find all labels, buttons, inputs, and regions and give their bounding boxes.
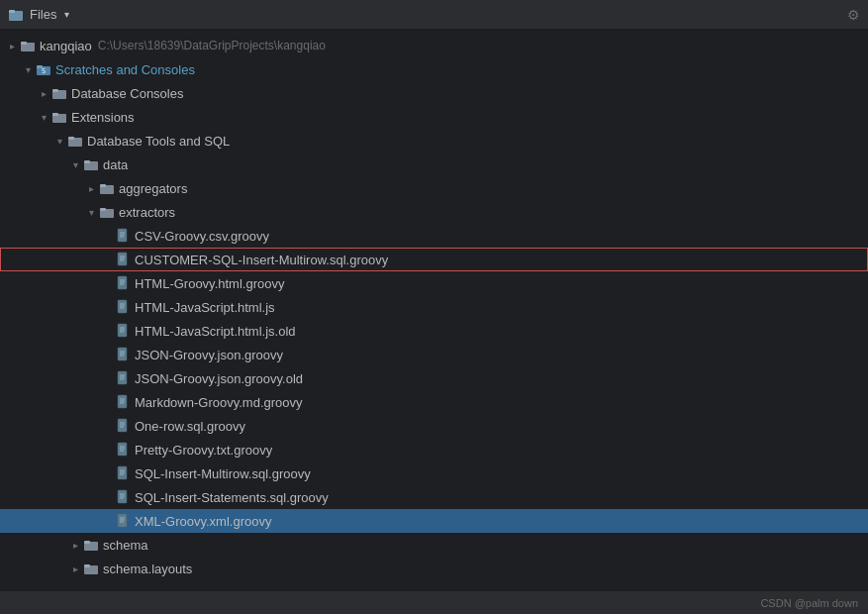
svg-rect-8 — [52, 89, 58, 92]
node-label: HTML-JavaScript.html.js — [135, 300, 275, 315]
tree-chevron[interactable] — [67, 156, 83, 172]
svg-rect-10 — [52, 113, 58, 116]
file-icon — [115, 323, 131, 339]
tree-row[interactable]: XML-Groovy.xml.groovy — [0, 509, 868, 533]
svg-rect-3 — [21, 42, 27, 45]
tree-chevron[interactable] — [20, 61, 36, 77]
node-label: Pretty-Groovy.txt.groovy — [135, 443, 272, 458]
file-icon — [115, 442, 131, 458]
svg-text:S: S — [42, 67, 46, 75]
node-label: Extensions — [71, 110, 135, 125]
node-label: kangqiao — [40, 39, 92, 53]
node-label: CSV-Groovy.csv.groovy — [135, 229, 269, 244]
tree-chevron[interactable] — [67, 561, 83, 576]
tree-row[interactable]: JSON-Groovy.json.groovy — [0, 343, 868, 366]
file-icon — [115, 394, 131, 410]
node-label: data — [103, 157, 128, 172]
tree-row[interactable]: kangqiaoC:\Users\18639\DataGripProjects\… — [0, 34, 868, 57]
file-icon — [115, 465, 131, 481]
file-icon — [115, 299, 131, 315]
folder-icon — [83, 156, 99, 172]
tree-row[interactable]: CSV-Groovy.csv.groovy — [0, 224, 868, 248]
tree-row[interactable]: One-row.sql.groovy — [0, 414, 868, 438]
special-folder-icon: S — [36, 61, 51, 77]
svg-rect-72 — [84, 541, 90, 544]
node-label: aggregators — [119, 181, 187, 196]
folder-icon — [99, 180, 115, 196]
node-label: XML-Groovy.xml.groovy — [135, 514, 271, 529]
node-label: Database Tools and SQL — [87, 134, 230, 149]
tree-row[interactable]: Markdown-Groovy.md.groovy — [0, 390, 868, 414]
node-label: SQL-Insert-Statements.sql.groovy — [135, 490, 329, 505]
node-label: CUSTOMER-SQL-Insert-Multirow.sql.groovy — [135, 253, 388, 267]
node-label: schema — [103, 538, 148, 553]
top-bar-left: Files ▾ — [8, 7, 69, 23]
tree-chevron[interactable] — [67, 537, 83, 553]
node-label: JSON-Groovy.json.groovy.old — [135, 371, 303, 386]
tree-row[interactable]: extractors — [0, 200, 868, 224]
tree-row[interactable]: Database Consoles — [0, 81, 868, 105]
tree-row[interactable]: JSON-Groovy.json.groovy.old — [0, 366, 868, 390]
tree-row[interactable]: HTML-JavaScript.html.js — [0, 295, 868, 319]
node-label: HTML-JavaScript.html.js.old — [135, 324, 296, 339]
svg-rect-12 — [68, 137, 74, 140]
file-icon — [115, 513, 131, 529]
tree-row[interactable]: HTML-JavaScript.html.js.old — [0, 319, 868, 343]
node-label: SQL-Insert-Multirow.sql.groovy — [135, 466, 311, 481]
folder-icon — [51, 85, 67, 101]
file-icon — [115, 370, 131, 386]
svg-rect-1 — [9, 10, 15, 13]
svg-rect-14 — [84, 160, 90, 163]
tree-chevron[interactable] — [83, 204, 99, 220]
tree-row[interactable]: SQL-Insert-Multirow.sql.groovy — [0, 461, 868, 485]
folder-icon — [83, 537, 99, 553]
file-icon — [115, 347, 131, 362]
tree-row[interactable]: CUSTOMER-SQL-Insert-Multirow.sql.groovy — [0, 248, 868, 271]
tree-row[interactable]: S Scratches and Consoles — [0, 57, 868, 81]
node-label: Scratches and Consoles — [55, 62, 195, 77]
node-label: HTML-Groovy.html.groovy — [135, 276, 284, 291]
tree-chevron[interactable] — [4, 38, 20, 53]
node-label: schema.layouts — [103, 562, 192, 576]
tree-row[interactable]: Extensions — [0, 105, 868, 129]
status-text: CSDN @palm down — [760, 597, 858, 609]
files-dropdown-arrow[interactable]: ▾ — [64, 9, 69, 20]
files-label[interactable]: Files — [30, 7, 56, 22]
node-label: Database Consoles — [71, 86, 183, 101]
node-label: JSON-Groovy.json.groovy — [135, 348, 283, 362]
file-icon — [115, 252, 131, 267]
tree-row[interactable]: data — [0, 153, 868, 176]
status-bar: CSDN @palm down — [0, 590, 868, 614]
node-label: One-row.sql.groovy — [135, 419, 245, 434]
tree-chevron[interactable] — [36, 85, 51, 101]
tree-row[interactable]: SQL-Insert-Statements.sql.groovy — [0, 485, 868, 509]
folder-icon — [20, 38, 36, 53]
folder-icon — [99, 204, 115, 220]
svg-rect-74 — [84, 564, 90, 567]
file-tree: kangqiaoC:\Users\18639\DataGripProjects\… — [0, 30, 868, 590]
tree-chevron[interactable] — [36, 109, 51, 125]
tree-row[interactable]: aggregators — [0, 176, 868, 200]
tree-row[interactable]: schema — [0, 533, 868, 557]
folder-icon — [83, 561, 99, 576]
top-bar-right: ⚙ — [847, 7, 860, 23]
node-label: extractors — [119, 205, 175, 220]
node-label: Markdown-Groovy.md.groovy — [135, 395, 303, 410]
file-icon — [115, 489, 131, 505]
path-hint: C:\Users\18639\DataGripProjects\kangqiao — [98, 39, 326, 52]
tree-chevron[interactable] — [51, 133, 67, 149]
folder-icon — [51, 109, 67, 125]
settings-icon[interactable]: ⚙ — [847, 7, 860, 23]
folder-icon — [67, 133, 83, 149]
tree-chevron[interactable] — [83, 180, 99, 196]
file-icon — [115, 275, 131, 291]
tree-row[interactable]: Database Tools and SQL — [0, 129, 868, 153]
file-icon — [115, 418, 131, 434]
tree-row[interactable]: schema.layouts — [0, 557, 868, 580]
svg-rect-18 — [100, 208, 106, 211]
svg-rect-16 — [100, 184, 106, 187]
tree-row[interactable]: HTML-Groovy.html.groovy — [0, 271, 868, 295]
top-bar: Files ▾ ⚙ — [0, 0, 868, 30]
file-icon — [115, 228, 131, 244]
tree-row[interactable]: Pretty-Groovy.txt.groovy — [0, 438, 868, 461]
